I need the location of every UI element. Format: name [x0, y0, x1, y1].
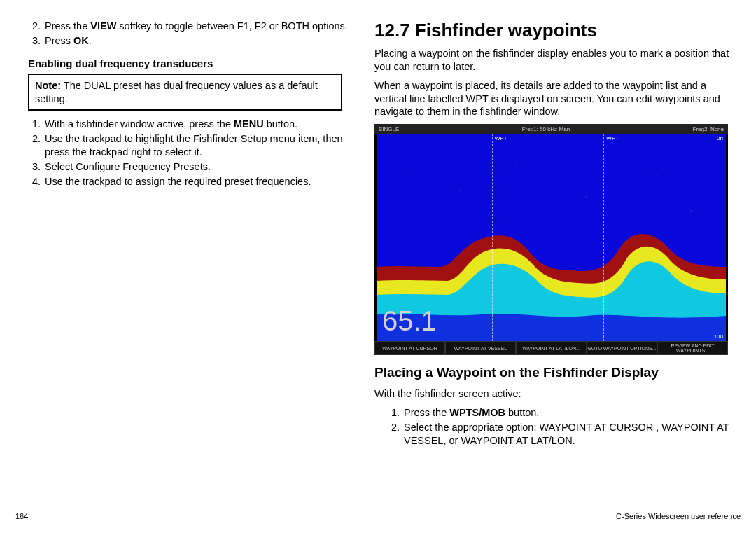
footer: 164 C-Series Widescreen user reference: [15, 512, 741, 520]
ff-top-mid: Freq1: 50 kHz-Man: [522, 126, 570, 132]
note-text: The DUAL preset has dual frequency value…: [35, 80, 318, 104]
paragraph-1: Placing a waypoint on the fishfinder dis…: [374, 47, 741, 74]
softkey: WAYPOINT AT VESSEL: [445, 341, 516, 355]
page-number: 164: [15, 512, 28, 520]
placing-waypoint-heading: Placing a Waypoint on the Fishfinder Dis…: [374, 365, 741, 380]
ff-top-right: Freq2: None: [693, 126, 724, 132]
enable-dual-heading: Enabling dual frequency transducers: [28, 57, 355, 69]
note-box: Note: The DUAL preset has dual frequency…: [28, 74, 342, 111]
svg-point-5: [655, 175, 657, 176]
wpt-line-2: WPT: [603, 134, 604, 341]
ff-topbar: SINGLE Freq1: 50 kHz-Man Freq2: None: [374, 124, 728, 134]
step-item: Press OK.: [43, 34, 355, 48]
svg-point-6: [690, 210, 692, 212]
note-label: Note:: [35, 80, 61, 91]
svg-point-2: [460, 189, 461, 191]
scale-top: 0ft: [717, 135, 723, 141]
step-item: Press the VIEW softkey to toggle between…: [43, 20, 355, 33]
step-item: Press the WPTS/MOB button.: [402, 406, 741, 420]
wpt-line-1: WPT: [492, 134, 493, 341]
fishfinder-screenshot: SINGLE Freq1: 50 kHz-Man Freq2: None: [374, 124, 728, 355]
softkey: GOTO WAYPOINT OPTIONS...: [587, 341, 657, 355]
paragraph-2: When a waypoint is placed, its details a…: [374, 79, 741, 119]
svg-point-1: [404, 168, 405, 169]
left-steps-top: Press the VIEW softkey to toggle between…: [15, 20, 355, 48]
left-steps-bottom: With a fishfinder window active, press t…: [15, 118, 355, 188]
step-item: Use the trackpad to assign the required …: [43, 175, 355, 188]
ff-softkey-bar: WAYPOINT AT CURSORWAYPOINT AT VESSELWAYP…: [374, 341, 728, 355]
step-item: Select Configure Frequency Presets.: [43, 160, 355, 174]
scale-bot: 100: [714, 333, 723, 340]
ff-water: WPT WPT 0ft 100 65.1: [377, 134, 726, 341]
softkey: WAYPOINT AT LAT/LON...: [516, 341, 587, 355]
footer-title: C-Series Widescreen user reference: [616, 512, 741, 520]
step-item: Use the trackpad to highlight the Fishfi…: [43, 132, 355, 159]
section-title: 12.7 Fishfinder waypoints: [374, 20, 741, 41]
intro-line: With the fishfinder screen active:: [374, 387, 741, 401]
softkey: WAYPOINT AT CURSOR: [374, 341, 445, 355]
step-item: Select the appropriate option: WAYPOINT …: [402, 421, 741, 448]
depth-reading: 65.1: [382, 305, 437, 337]
ff-top-left: SINGLE: [379, 126, 399, 132]
softkey: REVIEW AND EDIT WAYPOINTS...: [657, 341, 728, 355]
svg-point-4: [585, 196, 587, 198]
svg-point-3: [516, 161, 517, 162]
step-item: With a fishfinder window active, press t…: [43, 118, 355, 131]
right-steps: Press the WPTS/MOB button.Select the app…: [374, 406, 741, 448]
